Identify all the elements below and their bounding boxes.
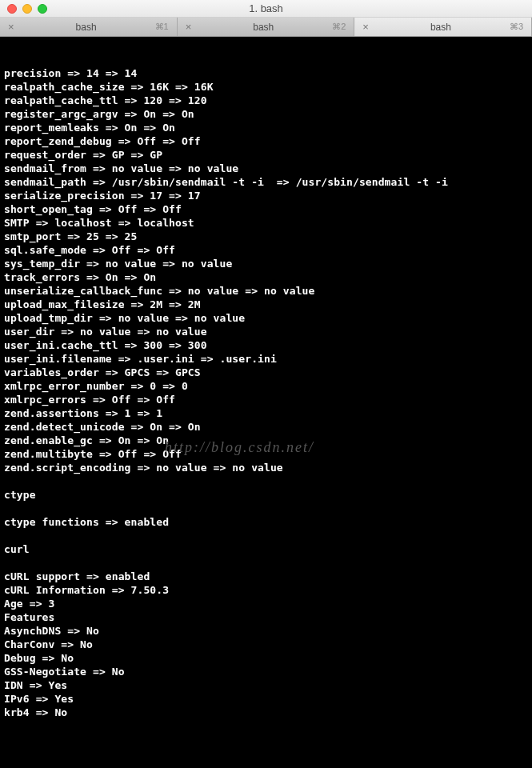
terminal-line: report_zend_debug => Off => Off: [4, 134, 528, 148]
tab-2[interactable]: ×bash⌘2: [178, 18, 355, 36]
terminal-line: variables_order => GPCS => GPCS: [4, 366, 528, 379]
terminal-line: AsynchDNS => No: [4, 624, 528, 638]
close-window-button[interactable]: [7, 4, 17, 14]
close-icon[interactable]: ×: [186, 21, 192, 33]
terminal-line: ctype functions => enabled: [4, 515, 528, 529]
terminal-line: zend.detect_unicode => On => On: [4, 420, 528, 434]
terminal-line: IPv6 => Yes: [4, 692, 528, 706]
terminal-line: serialize_precision => 17 => 17: [4, 189, 528, 202]
terminal-line: realpath_cache_size => 16K => 16K: [4, 80, 528, 94]
terminal-line: cURL Information => 7.50.3: [4, 583, 528, 597]
terminal-line: short_open_tag => Off => Off: [4, 202, 528, 216]
terminal-line: smtp_port => 25 => 25: [4, 230, 528, 243]
terminal-line: zend.assertions => 1 => 1: [4, 406, 528, 420]
terminal-line: register_argc_argv => On => On: [4, 107, 528, 121]
terminal-line: sendmail_path => /usr/sbin/sendmail -t -…: [4, 175, 528, 189]
zoom-window-button[interactable]: [38, 4, 47, 14]
tab-1[interactable]: ×bash⌘1: [0, 18, 178, 36]
terminal-line: ctype: [4, 488, 528, 502]
window-title: 1. bash: [0, 2, 532, 14]
tab-shortcut: ⌘3: [510, 22, 523, 32]
terminal-line: zend.script_encoding => no value => no v…: [4, 461, 528, 474]
terminal-line: user_ini.filename => .user.ini => .user.…: [4, 352, 528, 366]
tab-label: bash: [194, 22, 332, 33]
traffic-lights: [0, 4, 47, 14]
tab-3[interactable]: ×bash⌘3: [354, 18, 532, 36]
terminal-line: [4, 502, 528, 515]
minimize-window-button[interactable]: [22, 4, 32, 14]
terminal-line: request_order => GP => GP: [4, 148, 528, 162]
tab-shortcut: ⌘2: [332, 22, 346, 32]
terminal-line: [4, 529, 528, 542]
terminal-line: zend.multibyte => Off => Off: [4, 447, 528, 461]
terminal-line: [4, 474, 528, 488]
terminal-line: upload_max_filesize => 2M => 2M: [4, 298, 528, 311]
terminal-line: GSS-Negotiate => No: [4, 665, 528, 678]
terminal-line: Debug => No: [4, 651, 528, 665]
terminal-line: user_ini.cache_ttl => 300 => 300: [4, 338, 528, 352]
tab-bar: ×bash⌘1×bash⌘2×bash⌘3: [0, 18, 532, 37]
terminal-line: sendmail_from => no value => no value: [4, 162, 528, 175]
terminal-line: Features: [4, 610, 528, 624]
terminal-line: Age => 3: [4, 597, 528, 610]
terminal-line: track_errors => On => On: [4, 270, 528, 284]
tab-label: bash: [18, 22, 155, 33]
terminal-line: upload_tmp_dir => no value => no value: [4, 311, 528, 325]
terminal-line: cURL support => enabled: [4, 570, 528, 583]
terminal-line: user_dir => no value => no value: [4, 325, 528, 338]
terminal-line: realpath_cache_ttl => 120 => 120: [4, 94, 528, 107]
terminal-line: curl: [4, 542, 528, 556]
terminal-line: sql.safe_mode => Off => Off: [4, 243, 528, 257]
tab-shortcut: ⌘1: [155, 22, 169, 32]
close-icon[interactable]: ×: [8, 21, 14, 33]
terminal-line: sys_temp_dir => no value => no value: [4, 257, 528, 270]
terminal-line: precision => 14 => 14: [4, 66, 528, 80]
terminal-line: IDN => Yes: [4, 678, 528, 692]
terminal-line: [4, 556, 528, 570]
window-titlebar: 1. bash: [0, 0, 532, 18]
terminal-line: SMTP => localhost => localhost: [4, 216, 528, 230]
tab-label: bash: [372, 22, 510, 33]
close-icon[interactable]: ×: [362, 21, 369, 33]
terminal-line: zend.enable_gc => On => On: [4, 434, 528, 447]
terminal-line: xmlrpc_error_number => 0 => 0: [4, 379, 528, 393]
terminal-line: xmlrpc_errors => Off => Off: [4, 393, 528, 406]
terminal-line: unserialize_callback_func => no value =>…: [4, 284, 528, 298]
terminal-line: report_memleaks => On => On: [4, 121, 528, 134]
terminal-line: CharConv => No: [4, 638, 528, 651]
terminal-output[interactable]: http://blog.csdn.net/ precision => 14 =>…: [0, 37, 532, 768]
terminal-line: krb4 => No: [4, 706, 528, 719]
